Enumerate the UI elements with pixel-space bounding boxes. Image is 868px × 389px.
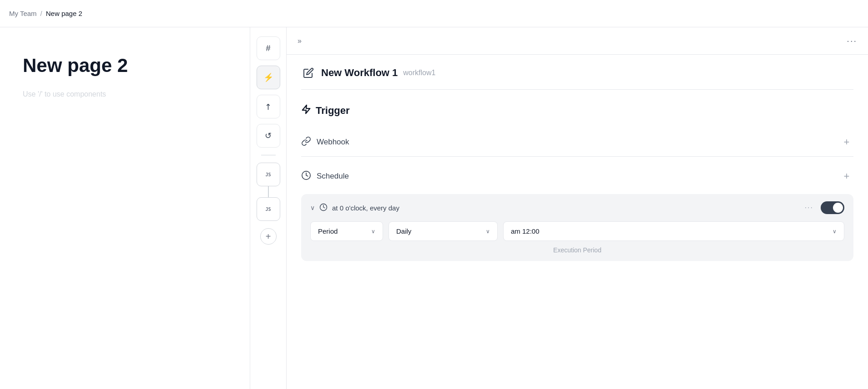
add-node-button[interactable]: + bbox=[260, 228, 277, 245]
time-dropdown[interactable]: am 12:00 ∨ bbox=[503, 221, 844, 241]
breadcrumb-separator: / bbox=[40, 10, 42, 17]
bolt-icon: ⚡ bbox=[263, 72, 273, 82]
hash-icon: # bbox=[266, 44, 270, 53]
schedule-toggle[interactable] bbox=[821, 201, 844, 214]
trigger-bolt-icon bbox=[301, 104, 311, 117]
history-icon-btn[interactable]: ↺ bbox=[257, 124, 280, 148]
period-dropdown[interactable]: Period ∨ bbox=[310, 221, 383, 241]
main-layout: New page 2 Use '/' to use components # ⚡… bbox=[0, 27, 868, 389]
workflow-id: workflow1 bbox=[403, 69, 435, 77]
period-chevron-icon: ∨ bbox=[371, 228, 375, 235]
expand-icon: » bbox=[298, 37, 302, 45]
graph-icon-btn[interactable]: ↗ bbox=[257, 95, 280, 118]
header-more-button[interactable]: ··· bbox=[847, 36, 857, 46]
schedule-label: Schedule bbox=[317, 172, 349, 181]
webhook-row-left: Webhook bbox=[301, 136, 349, 148]
schedule-card: ∨ at 0 o'clock, every day ··· bbox=[301, 194, 853, 261]
page-content: New page 2 Use '/' to use components bbox=[0, 27, 250, 389]
js-node-1[interactable]: JS bbox=[257, 163, 280, 186]
frequency-label: Daily bbox=[396, 227, 411, 235]
breadcrumb-current: New page 2 bbox=[46, 10, 82, 17]
schedule-card-right: ··· bbox=[805, 201, 844, 214]
right-panel: » ··· New Workflow 1 workflow1 bbox=[287, 27, 868, 389]
plus-icon: + bbox=[844, 136, 850, 148]
graph-icon: ↗ bbox=[262, 101, 274, 113]
time-label: am 12:00 bbox=[511, 227, 540, 235]
schedule-add-button[interactable]: + bbox=[840, 169, 853, 183]
three-dots-icon: ··· bbox=[805, 204, 813, 211]
node-chain: JS JS bbox=[257, 163, 280, 221]
right-panel-header: » ··· bbox=[287, 27, 868, 55]
collapse-chevron-icon[interactable]: ∨ bbox=[310, 204, 315, 211]
workflow-icon bbox=[301, 66, 316, 80]
divider bbox=[261, 155, 276, 155]
toggle-knob bbox=[833, 203, 843, 213]
schedule-row-left: Schedule bbox=[301, 170, 349, 183]
expand-button[interactable]: » bbox=[298, 37, 302, 45]
schedule-plus-icon: + bbox=[844, 170, 850, 182]
page-title: New page 2 bbox=[23, 55, 227, 77]
schedule-clock-icon bbox=[301, 170, 311, 183]
workflow-title-row: New Workflow 1 workflow1 bbox=[301, 66, 853, 90]
breadcrumb-team[interactable]: My Team bbox=[9, 10, 37, 17]
history-icon: ↺ bbox=[265, 131, 272, 141]
dropdowns-row: Period ∨ Daily ∨ am 12:00 ∨ bbox=[310, 221, 844, 241]
hash-icon-btn[interactable]: # bbox=[257, 36, 280, 60]
trigger-label: Trigger bbox=[316, 105, 350, 117]
webhook-label: Webhook bbox=[317, 138, 349, 147]
schedule-clock-small-icon bbox=[319, 203, 328, 213]
schedule-row: Schedule + bbox=[301, 164, 853, 189]
frequency-dropdown[interactable]: Daily ∨ bbox=[389, 221, 498, 241]
page-hint: Use '/' to use components bbox=[23, 90, 227, 98]
webhook-icon bbox=[301, 136, 311, 148]
execution-period-label: Execution Period bbox=[310, 246, 844, 254]
icon-sidebar: # ⚡ ↗ ↺ JS JS + bbox=[250, 27, 286, 389]
schedule-card-left: ∨ at 0 o'clock, every day bbox=[310, 203, 399, 213]
more-icon: ··· bbox=[847, 36, 857, 46]
workflow-name: New Workflow 1 bbox=[321, 67, 398, 79]
js-node-2[interactable]: JS bbox=[257, 197, 280, 221]
webhook-row: Webhook + bbox=[301, 128, 853, 157]
bolt-icon-btn[interactable]: ⚡ bbox=[257, 66, 280, 89]
left-panel: New page 2 Use '/' to use components # ⚡… bbox=[0, 27, 287, 389]
trigger-section-title: Trigger bbox=[301, 104, 853, 117]
connector-line bbox=[268, 186, 269, 197]
schedule-description: at 0 o'clock, every day bbox=[332, 204, 399, 212]
webhook-add-button[interactable]: + bbox=[840, 135, 853, 149]
right-content: New Workflow 1 workflow1 Trigger bbox=[287, 55, 868, 272]
schedule-more-button[interactable]: ··· bbox=[805, 204, 813, 212]
breadcrumb: My Team / New page 2 bbox=[9, 10, 82, 17]
schedule-card-header: ∨ at 0 o'clock, every day ··· bbox=[310, 201, 844, 214]
time-chevron-icon: ∨ bbox=[833, 228, 837, 235]
top-header: My Team / New page 2 bbox=[0, 0, 868, 27]
frequency-chevron-icon: ∨ bbox=[486, 228, 490, 235]
period-label: Period bbox=[318, 227, 338, 235]
add-icon: + bbox=[266, 231, 271, 242]
